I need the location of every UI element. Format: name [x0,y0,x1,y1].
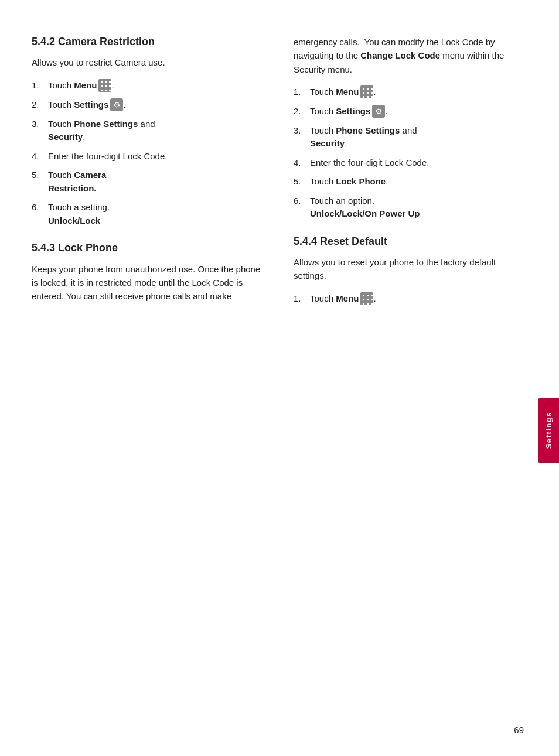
menu-icon [360,292,373,305]
step-content: Touch Lock Phone. [310,175,527,189]
column-right: emergency calls. You can modify the Lock… [294,35,527,320]
step-num: 3. [32,118,48,131]
two-column-layout: 5.4.2 Camera Restriction Allows you to r… [0,35,559,320]
section-543-continued: emergency calls. You can modify the Lock… [294,35,527,76]
step-content: Touch Settings. [48,98,265,112]
step-content: Enter the four-digit Lock Code. [310,156,527,170]
step-lock-2: 2. Touch Settings. [294,105,527,118]
step-num: 4. [294,156,310,170]
step-content: Touch Menu. [310,85,527,99]
step-content: Touch Settings. [310,105,527,118]
step-content: Touch a setting.Unlock/Lock [48,201,265,227]
step-content: Touch Phone Settings andSecurity. [310,124,527,150]
step-lock-1: 1. Touch Menu. [294,85,527,99]
step-542-6: 6. Touch a setting.Unlock/Lock [32,201,265,227]
section-543-title: 5.4.3 Lock Phone [32,241,265,255]
page-number: 69 [514,725,524,735]
section-544-steps: 1. Touch Menu. [294,292,527,306]
step-542-4: 4. Enter the four-digit Lock Code. [32,150,265,163]
step-num: 1. [32,79,48,93]
section-543: 5.4.3 Lock Phone Keeps your phone from u… [32,241,265,303]
settings-tab: Settings [538,398,559,463]
section-544: 5.4.4 Reset Default Allows you to reset … [294,235,527,306]
section-544-title: 5.4.4 Reset Default [294,235,527,248]
page-container: 5.4.2 Camera Restriction Allows you to r… [0,0,559,756]
step-num: 3. [294,124,310,138]
menu-icon [98,79,111,92]
section-542-body: Allows you to restrict Camera use. [32,56,265,69]
step-num: 2. [32,98,48,112]
column-left: 5.4.2 Camera Restriction Allows you to r… [32,35,265,320]
step-lock-4: 4. Enter the four-digit Lock Code. [294,156,527,170]
section-542-title: 5.4.2 Camera Restriction [32,35,265,49]
step-num: 5. [32,169,48,182]
step-num: 1. [294,85,310,99]
section-543-steps: 1. Touch Menu. 2. Touch Settings. 3. Tou… [294,85,527,221]
step-542-2: 2. Touch Settings. [32,98,265,112]
section-542-steps: 1. Touch Menu. 2. Touch Settings. 3. [32,79,265,228]
step-num: 5. [294,175,310,189]
step-lock-6: 6. Touch an option.Unlock/Lock/On Power … [294,194,527,221]
settings-tab-label: Settings [544,412,553,449]
settings-icon [372,105,385,118]
step-content: Enter the four-digit Lock Code. [48,150,265,163]
section-543-body: Keeps your phone from unauthorized use. … [32,262,265,303]
step-num: 4. [32,150,48,163]
step-content: Touch Phone Settings andSecurity. [48,118,265,144]
step-542-3: 3. Touch Phone Settings andSecurity. [32,118,265,144]
step-542-5: 5. Touch CameraRestriction. [32,169,265,195]
step-content: Touch Menu. [310,292,527,306]
step-content: Touch CameraRestriction. [48,169,265,195]
step-num: 1. [294,292,310,306]
step-content: Touch an option.Unlock/Lock/On Power Up [310,194,527,221]
section-542: 5.4.2 Camera Restriction Allows you to r… [32,35,265,227]
step-num: 2. [294,105,310,118]
step-num: 6. [32,201,48,214]
section-544-body: Allows you to reset your phone to the fa… [294,255,527,283]
step-reset-1: 1. Touch Menu. [294,292,527,306]
step-lock-3: 3. Touch Phone Settings andSecurity. [294,124,527,150]
step-num: 6. [294,194,310,208]
step-content: Touch Menu. [48,79,265,93]
menu-icon [360,85,373,98]
step-542-1: 1. Touch Menu. [32,79,265,93]
page-divider [489,723,536,723]
step-lock-5: 5. Touch Lock Phone. [294,175,527,189]
settings-icon [110,98,123,111]
